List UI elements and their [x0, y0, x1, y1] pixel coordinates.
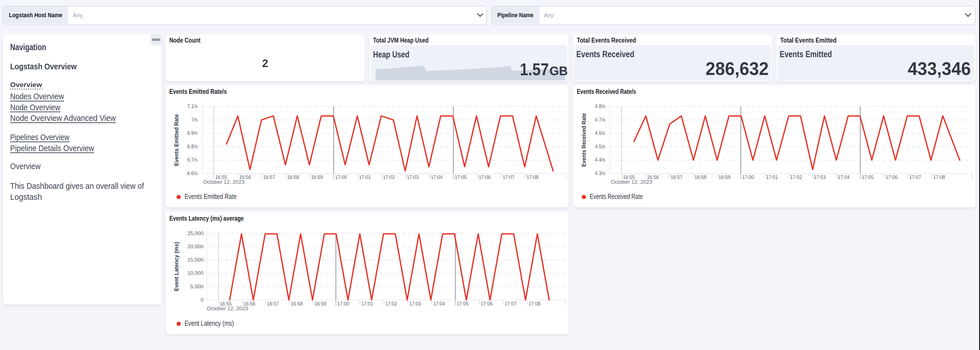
svg-text:1.57: 1.57 [520, 59, 549, 79]
svg-text:Events Emitted Rate/s: Events Emitted Rate/s [169, 88, 227, 95]
svg-text:25,000: 25,000 [188, 230, 204, 236]
svg-text:17:03: 17:03 [409, 301, 421, 307]
svg-text:4.3/s: 4.3/s [595, 170, 605, 176]
svg-text:17:07: 17:07 [505, 301, 517, 307]
svg-text:17:07: 17:07 [909, 174, 921, 180]
svg-text:Events Latency (ms) average: Events Latency (ms) average [169, 215, 244, 222]
svg-text:October 12, 2023: October 12, 2023 [611, 179, 652, 185]
svg-text:16:59: 16:59 [719, 174, 730, 180]
svg-text:Overview: Overview [10, 161, 41, 171]
svg-text:This Dashboard gives an overal: This Dashboard gives an overall view of [10, 181, 144, 191]
svg-text:4.8/s: 4.8/s [595, 103, 605, 109]
svg-text:17:05: 17:05 [457, 301, 469, 307]
svg-text:4.5/s: 4.5/s [595, 143, 605, 150]
svg-text:Events Received Rate: Events Received Rate [590, 192, 643, 200]
svg-text:16:57: 16:57 [263, 174, 275, 180]
svg-text:6.9/s: 6.9/s [187, 130, 197, 136]
svg-text:0: 0 [200, 297, 204, 303]
svg-text:17:08: 17:08 [528, 301, 541, 307]
svg-text:Total JVM Heap Used: Total JVM Heap Used [373, 37, 429, 44]
svg-text:17:05: 17:05 [455, 174, 467, 180]
svg-text:15,000: 15,000 [188, 257, 204, 262]
svg-text:10,000: 10,000 [188, 270, 204, 276]
svg-text:17:00: 17:00 [742, 174, 754, 180]
svg-text:16:58: 16:58 [695, 174, 706, 180]
svg-text:6.6/s: 6.6/s [187, 170, 197, 176]
svg-text:Event Latency (ms): Event Latency (ms) [173, 242, 180, 291]
svg-text:4.6/s: 4.6/s [595, 130, 605, 136]
svg-text:16:59: 16:59 [311, 174, 323, 180]
svg-text:5,000: 5,000 [190, 283, 204, 290]
svg-text:Events Emitted: Events Emitted [780, 49, 832, 59]
svg-text:Events Received Rate: Events Received Rate [581, 113, 587, 167]
svg-text:17:01: 17:01 [361, 301, 373, 307]
svg-text:6.8/s: 6.8/s [187, 143, 197, 150]
svg-text:17:02: 17:02 [385, 301, 397, 307]
svg-text:Node Overview: Node Overview [10, 103, 60, 112]
svg-text:17:02: 17:02 [383, 174, 395, 180]
svg-text:October 12, 2023: October 12, 2023 [207, 305, 248, 312]
svg-text:17:05: 17:05 [862, 174, 873, 180]
svg-text:Pipelines Overview: Pipelines Overview [10, 132, 69, 142]
svg-text:4.4/s: 4.4/s [595, 157, 605, 162]
svg-text:17:04: 17:04 [433, 301, 445, 307]
svg-text:16:59: 16:59 [315, 301, 326, 307]
svg-text:17:03: 17:03 [407, 174, 419, 180]
svg-text:Total Events Received: Total Events Received [577, 37, 636, 44]
svg-text:17:07: 17:07 [503, 174, 514, 180]
svg-text:Events Received: Events Received [576, 49, 634, 59]
svg-text:Logstash Overview: Logstash Overview [10, 62, 77, 71]
svg-text:17:03: 17:03 [814, 174, 826, 180]
svg-text:16:58: 16:58 [287, 174, 299, 180]
svg-text:17:06: 17:06 [479, 174, 490, 180]
svg-text:16:57: 16:57 [267, 301, 279, 307]
svg-text:Overview: Overview [10, 81, 42, 89]
svg-text:Events Emitted Rate: Events Emitted Rate [185, 192, 237, 200]
svg-text:20,000: 20,000 [188, 243, 204, 250]
svg-text:17:01: 17:01 [359, 174, 371, 180]
svg-text:17:04: 17:04 [431, 174, 443, 180]
svg-text:433,346: 433,346 [908, 59, 971, 79]
svg-text:17:04: 17:04 [838, 174, 850, 180]
svg-text:Events Emitted Rate: Events Emitted Rate [173, 114, 180, 166]
svg-text:Navigation: Navigation [10, 42, 46, 52]
svg-text:17:02: 17:02 [790, 174, 802, 180]
svg-text:Total Events Emitted: Total Events Emitted [780, 37, 837, 44]
svg-text:17:06: 17:06 [481, 301, 493, 307]
svg-text:October 12, 2023: October 12, 2023 [203, 179, 245, 185]
svg-text:7.1/s: 7.1/s [187, 103, 197, 109]
svg-text:Heap Used: Heap Used [373, 49, 409, 59]
svg-text:2: 2 [262, 57, 268, 69]
svg-text:Logstash: Logstash [10, 192, 42, 202]
svg-text:16:58: 16:58 [291, 301, 302, 307]
svg-text:16:57: 16:57 [671, 174, 682, 180]
svg-text:4.7/s: 4.7/s [595, 117, 605, 123]
svg-text:17:06: 17:06 [886, 174, 897, 180]
svg-text:6.7/s: 6.7/s [187, 157, 197, 162]
svg-text:17:00: 17:00 [337, 301, 349, 307]
svg-text:Event Latency (ms): Event Latency (ms) [185, 319, 234, 328]
svg-text:7/s: 7/s [191, 117, 197, 123]
svg-text:GB: GB [549, 64, 568, 78]
svg-text:17:08: 17:08 [527, 174, 538, 180]
svg-text:Node Count: Node Count [169, 37, 200, 44]
svg-text:Events Received Rate/s: Events Received Rate/s [577, 88, 636, 95]
svg-text:Nodes Overview: Nodes Overview [10, 92, 64, 101]
svg-text:Node Overview Advanced View: Node Overview Advanced View [10, 113, 116, 123]
svg-text:17:08: 17:08 [933, 174, 945, 180]
svg-text:286,632: 286,632 [706, 59, 769, 79]
svg-text:Pipeline Details Overview: Pipeline Details Overview [10, 143, 94, 153]
svg-text:17:01: 17:01 [766, 174, 778, 180]
svg-text:17:00: 17:00 [335, 174, 347, 180]
